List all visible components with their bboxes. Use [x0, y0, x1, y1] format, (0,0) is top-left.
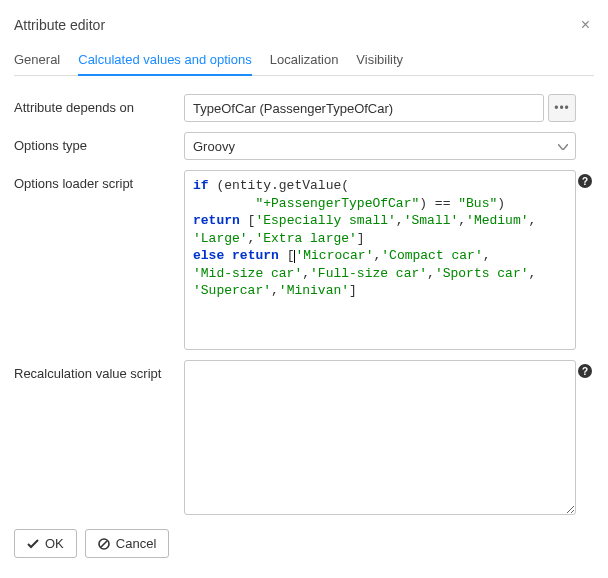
- cancel-icon: [98, 538, 110, 550]
- check-icon: [27, 539, 39, 549]
- svg-line-1: [101, 541, 107, 547]
- row-loader-script: Options loader script if (entity.getValu…: [14, 170, 594, 350]
- attribute-editor-dialog: Attribute editor × General Calculated va…: [0, 0, 608, 568]
- options-type-select[interactable]: [184, 132, 576, 160]
- row-options-type: Options type: [14, 132, 594, 160]
- row-depends-on: Attribute depends on •••: [14, 94, 594, 122]
- depends-on-picker-button[interactable]: •••: [548, 94, 576, 122]
- tab-calculated-values[interactable]: Calculated values and options: [78, 46, 251, 75]
- ok-label: OK: [45, 536, 64, 551]
- dialog-title: Attribute editor: [14, 17, 105, 33]
- dialog-header: Attribute editor ×: [14, 10, 594, 46]
- recalculation-script-editor[interactable]: [184, 360, 576, 515]
- label-recalc-script: Recalculation value script: [14, 360, 184, 381]
- tabs-bar: General Calculated values and options Lo…: [14, 46, 594, 76]
- help-icon[interactable]: ?: [578, 174, 592, 188]
- label-options-type: Options type: [14, 132, 184, 153]
- options-loader-script-editor[interactable]: if (entity.getValue( "+PassengerTypeOfCa…: [184, 170, 576, 350]
- cancel-label: Cancel: [116, 536, 156, 551]
- row-recalc-script: Recalculation value script ?: [14, 360, 594, 515]
- help-icon[interactable]: ?: [578, 364, 592, 378]
- tab-localization[interactable]: Localization: [270, 46, 339, 75]
- tab-visibility[interactable]: Visibility: [356, 46, 403, 75]
- label-loader-script: Options loader script: [14, 170, 184, 191]
- ellipsis-icon: •••: [554, 101, 570, 115]
- options-type-value[interactable]: [184, 132, 576, 160]
- label-depends-on: Attribute depends on: [14, 94, 184, 115]
- tab-general[interactable]: General: [14, 46, 60, 75]
- dialog-buttons: OK Cancel: [14, 529, 594, 558]
- depends-on-input[interactable]: [184, 94, 544, 122]
- close-icon[interactable]: ×: [577, 16, 594, 34]
- ok-button[interactable]: OK: [14, 529, 77, 558]
- cancel-button[interactable]: Cancel: [85, 529, 169, 558]
